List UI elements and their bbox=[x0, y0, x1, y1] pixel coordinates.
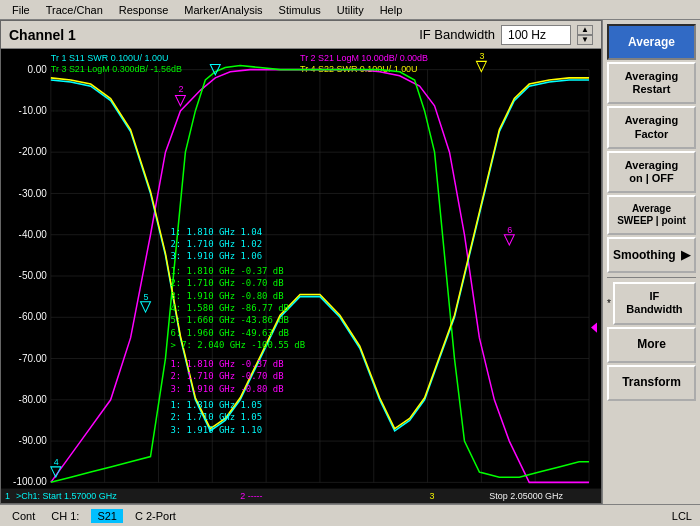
svg-text:2:   1.710 GHz    -0.70 dB: 2: 1.710 GHz -0.70 dB bbox=[170, 371, 284, 381]
svg-text:-100.00: -100.00 bbox=[13, 476, 47, 487]
average-sweep-point-button[interactable]: AverageSWEEP | point bbox=[607, 195, 696, 235]
svg-text:-30.00: -30.00 bbox=[19, 187, 48, 198]
svg-text:3:   1.910 GHz    -0.80 dB: 3: 1.910 GHz -0.80 dB bbox=[170, 291, 284, 301]
svg-text:4:   1.580 GHz   -86.77 dB: 4: 1.580 GHz -86.77 dB bbox=[170, 303, 289, 313]
svg-text:3: 3 bbox=[430, 491, 435, 501]
svg-text:2: 2 bbox=[178, 84, 183, 94]
svg-text:Tr 2  S21 LogM 10.00dB/  0.00d: Tr 2 S21 LogM 10.00dB/ 0.00dB bbox=[300, 53, 428, 63]
smoothing-button[interactable]: Smoothing ▶ bbox=[607, 237, 696, 273]
svg-text:2 -----: 2 ----- bbox=[240, 491, 262, 501]
if-bandwidth-arrows: ▲ ▼ bbox=[577, 25, 593, 45]
status-bar: Cont CH 1: S21 C 2-Port LCL bbox=[0, 504, 700, 526]
svg-text:0.00: 0.00 bbox=[27, 64, 47, 75]
svg-text:Tr 3  S21 LogM 0.300dB/ -1.56d: Tr 3 S21 LogM 0.300dB/ -1.56dB bbox=[51, 64, 182, 74]
svg-text:-40.00: -40.00 bbox=[19, 229, 48, 240]
svg-text:2:   1.710 GHz      1.05: 2: 1.710 GHz 1.05 bbox=[170, 412, 262, 422]
svg-text:2:   1.710 GHz      1.02: 2: 1.710 GHz 1.02 bbox=[170, 239, 262, 249]
svg-text:6: 6 bbox=[507, 225, 512, 235]
averaging-factor-button[interactable]: AveragingFactor bbox=[607, 106, 696, 148]
svg-text:3:   1.910 GHz    -0.80 dB: 3: 1.910 GHz -0.80 dB bbox=[170, 383, 284, 393]
more-button[interactable]: More bbox=[607, 327, 696, 363]
svg-text:-80.00: -80.00 bbox=[19, 394, 48, 405]
menu-file[interactable]: File bbox=[4, 2, 38, 18]
svg-text:1:   1.810 GHz    -0.37 dB: 1: 1.810 GHz -0.37 dB bbox=[170, 359, 284, 369]
right-panel: Average AveragingRestart AveragingFactor… bbox=[602, 20, 700, 504]
menu-help[interactable]: Help bbox=[372, 2, 411, 18]
s21-indicator[interactable]: S21 bbox=[91, 509, 123, 523]
cont-label: Cont bbox=[8, 510, 39, 522]
chart-area: 0.00 -10.00 -20.00 -30.00 -40.00 -50.00 … bbox=[1, 49, 601, 503]
svg-text:2:   1.710 GHz    -0.70 dB: 2: 1.710 GHz -0.70 dB bbox=[170, 278, 284, 288]
if-bandwidth-button[interactable]: IFBandwidth bbox=[613, 282, 696, 324]
if-bw-down[interactable]: ▼ bbox=[577, 35, 593, 45]
svg-text:-10.00: -10.00 bbox=[19, 105, 48, 116]
svg-text:> 7:  2.040 GHz  -100.55 dB: > 7: 2.040 GHz -100.55 dB bbox=[170, 340, 305, 350]
svg-text:3: 3 bbox=[479, 51, 484, 61]
svg-text:-70.00: -70.00 bbox=[19, 352, 48, 363]
svg-text:-90.00: -90.00 bbox=[19, 435, 48, 446]
svg-text:3:   1.910 GHz      1.10: 3: 1.910 GHz 1.10 bbox=[170, 425, 262, 435]
svg-text:1: 1 bbox=[5, 491, 10, 501]
svg-text:1:   1.810 GHz      1.04: 1: 1.810 GHz 1.04 bbox=[170, 227, 262, 237]
menu-marker-analysis[interactable]: Marker/Analysis bbox=[176, 2, 270, 18]
star-indicator: * bbox=[607, 298, 611, 309]
average-button[interactable]: Average bbox=[607, 24, 696, 60]
svg-text:-50.00: -50.00 bbox=[19, 270, 48, 281]
svg-text:-60.00: -60.00 bbox=[19, 311, 48, 322]
svg-text:1:   1.810 GHz    -0.37 dB: 1: 1.810 GHz -0.37 dB bbox=[170, 266, 284, 276]
svg-text:Tr 1  S11 SWR 0.100U/  1.00U: Tr 1 S11 SWR 0.100U/ 1.00U bbox=[51, 53, 169, 63]
svg-text:5: 5 bbox=[144, 292, 149, 302]
transform-button[interactable]: Transform bbox=[607, 365, 696, 401]
svg-text:3:   1.910 GHz      1.06: 3: 1.910 GHz 1.06 bbox=[170, 251, 262, 261]
smoothing-label: Smoothing bbox=[613, 248, 676, 262]
svg-text:-20.00: -20.00 bbox=[19, 146, 48, 157]
menu-bar: File Trace/Chan Response Marker/Analysis… bbox=[0, 0, 700, 20]
averaging-on-off-button[interactable]: Averagingon | OFF bbox=[607, 151, 696, 193]
svg-text:1:   1.810 GHz      1.05: 1: 1.810 GHz 1.05 bbox=[170, 400, 262, 410]
if-bw-up[interactable]: ▲ bbox=[577, 25, 593, 35]
lcl-label: LCL bbox=[672, 510, 692, 522]
if-bandwidth-label: IF Bandwidth bbox=[419, 27, 495, 42]
smoothing-arrow-icon: ▶ bbox=[681, 248, 690, 262]
svg-text:>Ch1: Start  1.57000 GHz: >Ch1: Start 1.57000 GHz bbox=[16, 491, 117, 501]
if-bandwidth-input[interactable] bbox=[501, 25, 571, 45]
averaging-restart-button[interactable]: AveragingRestart bbox=[607, 62, 696, 104]
menu-trace-chan[interactable]: Trace/Chan bbox=[38, 2, 111, 18]
menu-response[interactable]: Response bbox=[111, 2, 177, 18]
channel-label: Channel 1 bbox=[9, 27, 76, 43]
menu-utility[interactable]: Utility bbox=[329, 2, 372, 18]
svg-text:6:   1.960 GHz   -49.63 dB: 6: 1.960 GHz -49.63 dB bbox=[170, 328, 289, 338]
svg-text:Stop  2.05000 GHz: Stop 2.05000 GHz bbox=[489, 491, 563, 501]
svg-text:4: 4 bbox=[54, 457, 59, 467]
menu-stimulus[interactable]: Stimulus bbox=[271, 2, 329, 18]
ch1-label: CH 1: bbox=[47, 510, 83, 522]
port-label: C 2-Port bbox=[131, 510, 180, 522]
svg-text:5:   1.660 GHz   -43.86 dB: 5: 1.660 GHz -43.86 dB bbox=[170, 315, 289, 325]
